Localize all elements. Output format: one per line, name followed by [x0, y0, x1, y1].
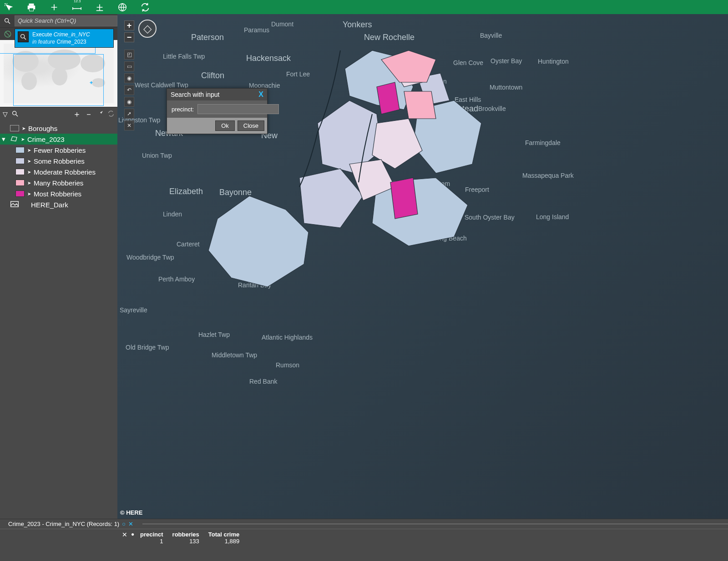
- tab-close-icon[interactable]: ✕: [128, 521, 133, 527]
- eye-icon[interactable]: ◉: [124, 73, 134, 83]
- results-tab[interactable]: Crime_2023 - Crime_in_NYC (Records: 1) ○…: [0, 519, 728, 529]
- table-row[interactable]: 1 133 1,889: [136, 538, 244, 545]
- layer-class-0[interactable]: ➤ Fewer Robberies: [0, 145, 117, 155]
- layer-boroughs[interactable]: ➤ Boroughs: [0, 123, 117, 134]
- precinct-input[interactable]: [197, 104, 279, 114]
- ok-button[interactable]: Ok: [215, 120, 235, 131]
- minimap[interactable]: +: [0, 40, 117, 107]
- class-label: Some Robberies: [34, 157, 85, 165]
- add-layer-icon[interactable]: ＋: [73, 109, 81, 120]
- search-input-dialog: Search with input X precinct: Ok Close: [167, 88, 268, 134]
- results-table: precinct robberies Total crime 1 133 1,8…: [136, 531, 244, 545]
- layer-label: Boroughs: [28, 125, 57, 132]
- tab-circle-icon[interactable]: ○: [122, 521, 126, 527]
- row-marker-icon: ●: [131, 531, 134, 537]
- sidebar: + ▽ ＋ － ➤ Boroughs ▾: [0, 14, 117, 519]
- pan-control[interactable]: [138, 20, 157, 38]
- eye2-icon[interactable]: ◉: [124, 97, 134, 107]
- search-layers-icon[interactable]: [11, 110, 19, 119]
- distance-tool-icon[interactable]: 12.3: [72, 0, 82, 14]
- map-attribution: © HERE: [120, 509, 142, 516]
- class-label: Moderate Robberies: [34, 168, 96, 176]
- dialog-titlebar[interactable]: Search with input X: [167, 89, 267, 100]
- quick-search-row: [0, 14, 117, 28]
- tab-title: Crime_2023 - Crime_in_NYC (Records: 1): [8, 521, 119, 527]
- layer-panel: ➤ Boroughs ▾ ➤ Crime_2023 ➤ Fewer Robber…: [0, 121, 117, 519]
- close-tool-icon[interactable]: ✕: [124, 120, 134, 130]
- col-precinct[interactable]: precinct: [136, 531, 168, 538]
- close-button[interactable]: Close: [238, 120, 264, 131]
- select-tool-icon[interactable]: [4, 0, 14, 14]
- layer-class-4[interactable]: ➤ Most Robberies: [0, 188, 117, 199]
- map-canvas[interactable]: DumontParamusYonkersNew RochelleBayville…: [117, 14, 728, 519]
- precinct-label: precinct:: [172, 106, 194, 113]
- globe-icon[interactable]: [117, 0, 127, 14]
- layer-basemap[interactable]: HERE_Dark: [0, 199, 117, 210]
- search-dropdown: Execute Crime_in_NYC in feature Crime_20…: [15, 29, 114, 48]
- layer-toolbar: ▽ ＋ －: [0, 107, 117, 121]
- layer-class-3[interactable]: ➤ Many Robberies: [0, 177, 117, 188]
- layer-arrow-icon[interactable]: [96, 110, 104, 119]
- print-icon[interactable]: [26, 0, 36, 14]
- back-arrow-icon[interactable]: ↶: [124, 85, 134, 95]
- layer-class-2[interactable]: ➤ Moderate Robberies: [0, 166, 117, 177]
- remove-layer-icon[interactable]: －: [85, 109, 93, 120]
- layer-label: HERE_Dark: [31, 201, 68, 209]
- select-lasso-icon[interactable]: ▭: [124, 61, 134, 71]
- polygon-icon: [10, 135, 18, 143]
- add-point-icon[interactable]: [49, 0, 59, 14]
- class-label: Many Robberies: [34, 179, 83, 187]
- layer-sync-icon[interactable]: [107, 110, 115, 119]
- class-label: Fewer Robberies: [34, 146, 86, 154]
- zoom-controls: + −: [124, 20, 134, 42]
- zoom-out-button[interactable]: −: [124, 32, 134, 42]
- close-icon[interactable]: X: [258, 90, 263, 99]
- layer-class-1[interactable]: ➤ Some Robberies: [0, 155, 117, 166]
- col-total[interactable]: Total crime: [204, 531, 244, 538]
- distance-label: 12.3: [74, 0, 81, 3]
- choropleth-layer: [181, 32, 500, 305]
- dialog-title: Search with input: [171, 91, 219, 98]
- refresh-icon[interactable]: [140, 0, 150, 14]
- class-label: Most Robberies: [34, 190, 81, 198]
- quick-search-input[interactable]: [15, 15, 117, 26]
- main-area: + ▽ ＋ － ➤ Boroughs ▾: [0, 14, 728, 519]
- svg-rect-2: [29, 8, 33, 10]
- svg-point-6: [13, 111, 16, 115]
- filter-icon[interactable]: ▽: [3, 110, 8, 118]
- search-icon[interactable]: [0, 17, 15, 25]
- select-rect-icon[interactable]: ◰: [124, 50, 134, 60]
- image-icon: [10, 200, 19, 209]
- search-icon: [18, 31, 29, 42]
- svg-point-4: [5, 18, 9, 22]
- upload-icon[interactable]: [95, 0, 105, 14]
- svg-rect-0: [29, 3, 34, 5]
- svg-point-8: [21, 35, 25, 38]
- layer-crime-2023[interactable]: ▾ ➤ Crime_2023: [0, 134, 117, 145]
- map-tool-stack: ◰ ▭ ◉ ↶ ◉ ➚ ✕: [124, 50, 134, 130]
- search-dropdown-item[interactable]: Execute Crime_in_NYC in feature Crime_20…: [15, 29, 113, 47]
- top-toolbar: 12.3: [0, 0, 728, 14]
- data-table-panel: Crime_2023 - Crime_in_NYC (Records: 1) ○…: [0, 519, 728, 561]
- layer-label: Crime_2023: [27, 135, 65, 143]
- forward-arrow-icon[interactable]: ➚: [124, 109, 134, 119]
- row-close-icon[interactable]: ✕: [122, 531, 127, 538]
- col-robberies[interactable]: robberies: [168, 531, 204, 538]
- zoom-in-button[interactable]: +: [124, 20, 134, 30]
- minimap-crosshair-icon: +: [90, 80, 93, 86]
